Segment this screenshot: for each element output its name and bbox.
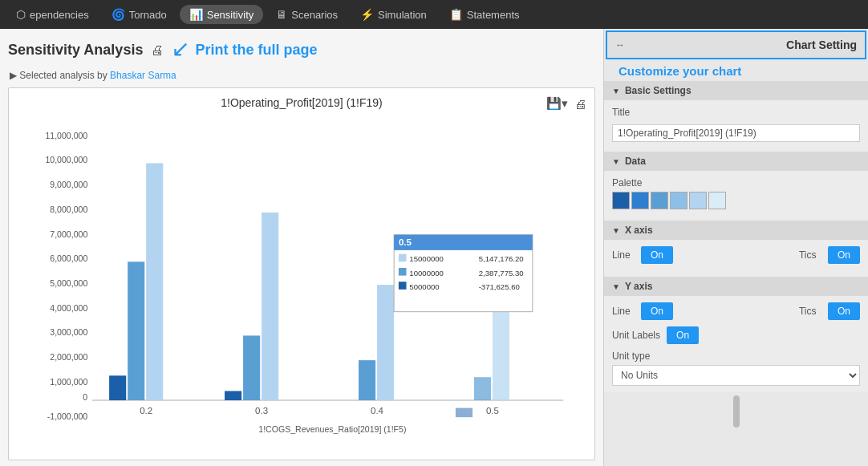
svg-text:1!COGS_Revenues_Ratio[2019] (1: 1!COGS_Revenues_Ratio[2019] (1!F5) (258, 424, 406, 434)
svg-rect-23 (456, 408, 473, 418)
chart-title: 1!Operating_Profit[2019] (1!F19) (17, 96, 586, 109)
y-tics-on-button[interactable]: On (828, 302, 860, 320)
statements-icon: 📋 (449, 8, 463, 21)
palette-swatches (612, 192, 860, 209)
svg-text:5000000: 5000000 (409, 282, 439, 291)
title-label: Title (612, 107, 644, 118)
svg-text:4,000,000: 4,000,000 (50, 303, 87, 313)
x-tics-on-button[interactable]: On (828, 246, 860, 264)
data-section-arrow: ▼ (612, 157, 620, 166)
chart-setting-header: ↔ Chart Setting (606, 30, 866, 59)
print-arrow-area: ↗ Print the full page (172, 37, 317, 63)
svg-rect-17 (225, 391, 241, 401)
print-label: Print the full page (195, 42, 317, 59)
y-line-on-button[interactable]: On (641, 302, 673, 320)
unit-labels-row: Unit Labels On (612, 326, 860, 344)
tornado-icon: 🌀 (112, 8, 125, 21)
svg-rect-37 (399, 268, 407, 276)
x-axis-arrow: ▼ (612, 226, 620, 235)
author-link[interactable]: Bhaskar Sarma (110, 70, 176, 81)
svg-text:0.5: 0.5 (399, 237, 412, 247)
svg-text:0.5: 0.5 (486, 406, 499, 415)
page-title: Sensitivity Analysis (8, 42, 143, 59)
simulation-icon: ⚡ (360, 8, 374, 21)
selected-analysis: ▶ Selected analysis by Bhaskar Sarma (10, 70, 595, 81)
svg-text:-1,000,000: -1,000,000 (47, 411, 88, 421)
scenarios-icon: 🖥 (276, 8, 287, 21)
y-axis-line-row: Line On Tics On (612, 302, 860, 320)
svg-text:10000000: 10000000 (409, 269, 444, 278)
main-layout: Sensitivity Analysis 🖨 ↗ Print the full … (0, 29, 868, 466)
scrollbar-thumb[interactable] (733, 395, 740, 428)
title-field-row: Title (612, 107, 860, 118)
swatch-4[interactable] (670, 192, 688, 209)
basic-settings-body: Title (604, 100, 868, 152)
y-axis-arrow: ▼ (612, 282, 620, 291)
data-section-header[interactable]: ▼ Data (604, 152, 868, 171)
svg-text:9,000,000: 9,000,000 (50, 180, 87, 189)
x-line-on-button[interactable]: On (641, 246, 673, 264)
svg-rect-18 (243, 335, 260, 400)
svg-rect-21 (359, 360, 375, 400)
nav-item-statements[interactable]: 📋 Statements (440, 5, 529, 24)
print-icon[interactable]: 🖨 (151, 43, 164, 58)
basic-settings-header[interactable]: ▼ Basic Settings (604, 81, 868, 100)
swatch-6[interactable] (708, 192, 726, 209)
left-panel: Sensitivity Analysis 🖨 ↗ Print the full … (0, 29, 603, 466)
nav-item-simulation[interactable]: ⚡ Simulation (351, 5, 436, 24)
top-navigation: ⬡ ependencies 🌀 Tornado 📊 Sensitivity 🖥 … (0, 0, 868, 29)
arrow-icon: ↗ (172, 37, 190, 63)
y-axis-body: Line On Tics On Unit Labels On Unit type… (604, 296, 868, 392)
svg-rect-19 (262, 213, 278, 400)
svg-rect-22 (377, 285, 394, 400)
scrollbar-area (604, 392, 868, 431)
unit-labels-text: Unit Labels (612, 330, 660, 341)
right-panel: ↔ Chart Setting Customize your chart ▼ B… (603, 29, 868, 466)
swatch-1[interactable] (612, 192, 630, 209)
swatch-3[interactable] (651, 192, 668, 209)
svg-text:3,000,000: 3,000,000 (50, 327, 87, 337)
svg-text:5,147,176.20: 5,147,176.20 (479, 254, 524, 263)
data-section-body: Palette (604, 171, 868, 221)
svg-text:2,000,000: 2,000,000 (50, 352, 87, 362)
svg-text:0.2: 0.2 (140, 406, 152, 415)
svg-rect-16 (146, 163, 163, 400)
svg-text:0.4: 0.4 (371, 406, 384, 415)
y-line-label: Line (612, 306, 636, 317)
data-section-label: Data (625, 156, 646, 167)
print-chart-button[interactable]: 🖨 (573, 95, 588, 112)
swatch-5[interactable] (689, 192, 707, 209)
dependencies-icon: ⬡ (16, 8, 26, 21)
y-tics-label: Tics (799, 306, 823, 317)
svg-rect-15 (128, 261, 144, 400)
y-axis-header[interactable]: ▼ Y axis (604, 277, 868, 296)
nav-item-tornado[interactable]: 🌀 Tornado (102, 5, 176, 24)
svg-text:8,000,000: 8,000,000 (50, 205, 87, 214)
basic-settings-label: Basic Settings (625, 85, 692, 96)
unit-type-select[interactable]: No Units (612, 365, 860, 386)
svg-text:-371,625.60: -371,625.60 (479, 282, 520, 291)
svg-text:15000000: 15000000 (409, 254, 444, 263)
palette-label: Palette (612, 177, 860, 188)
svg-rect-32 (394, 235, 533, 250)
chart-title-input[interactable] (612, 124, 860, 142)
svg-text:10,000,000: 10,000,000 (45, 155, 87, 164)
svg-text:0: 0 (83, 392, 87, 402)
x-axis-body: Line On Tics On (604, 240, 868, 277)
unit-labels-on-button[interactable]: On (667, 326, 699, 344)
unit-type-label: Unit type (612, 351, 860, 362)
svg-rect-24 (474, 377, 491, 400)
nav-item-dependencies[interactable]: ⬡ ependencies (6, 5, 99, 24)
nav-item-scenarios[interactable]: 🖥 Scenarios (266, 5, 347, 24)
svg-text:2,387,775.30: 2,387,775.30 (479, 269, 524, 278)
save-chart-button[interactable]: 💾▾ (545, 95, 570, 112)
nav-item-sensitivity[interactable]: 📊 Sensitivity (180, 5, 264, 24)
svg-text:0.3: 0.3 (255, 406, 268, 415)
chart-container: 💾▾ 🖨 1!Operating_Profit[2019] (1!F19) 11… (8, 87, 595, 460)
swatch-2[interactable] (631, 192, 649, 209)
x-axis-header[interactable]: ▼ X axis (604, 221, 868, 240)
svg-text:6,000,000: 6,000,000 (50, 253, 87, 263)
x-line-label: Line (612, 249, 636, 261)
chart-toolbar: 💾▾ 🖨 (545, 95, 588, 112)
expand-icon: ↔ (615, 39, 625, 51)
